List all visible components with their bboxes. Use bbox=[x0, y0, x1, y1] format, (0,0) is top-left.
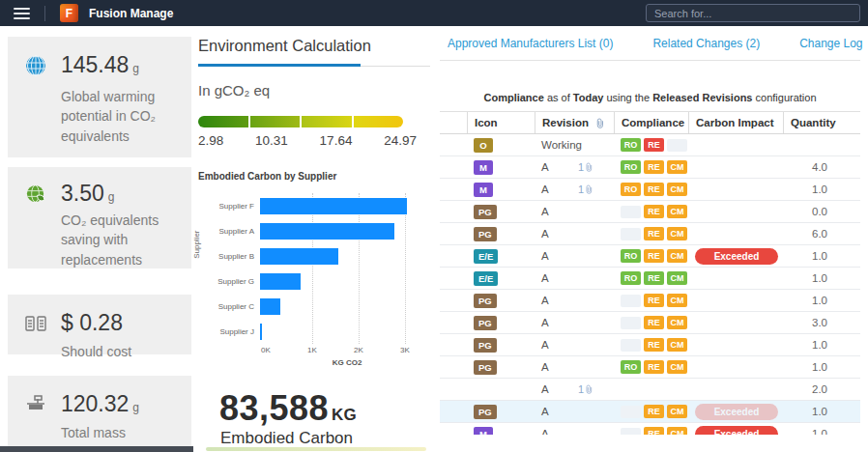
app-window: F Fusion Manage 145.48g Global warming p… bbox=[0, 0, 868, 452]
chart-bar[interactable] bbox=[260, 198, 407, 214]
details-panel: Approved Manufacturers List (0)Related C… bbox=[440, 29, 860, 435]
compliance-cell: RECM bbox=[614, 316, 688, 329]
chart-bar[interactable] bbox=[260, 273, 301, 290]
column-header-icon[interactable]: Icon bbox=[467, 112, 535, 133]
compliance-note-part: Today bbox=[573, 92, 604, 103]
compliance-cell: RORECM bbox=[614, 360, 688, 374]
table-row[interactable]: OWorkingRORE bbox=[440, 134, 860, 156]
compliance-cell: RORECM bbox=[614, 160, 688, 174]
item-type-chip: PG bbox=[474, 316, 497, 330]
total-unit: KG bbox=[332, 406, 357, 424]
compliance-badge: RE bbox=[644, 249, 664, 263]
icon-cell: E/E bbox=[467, 271, 535, 286]
chart-category-label: Supplier A bbox=[212, 227, 260, 236]
tab-item-2[interactable]: Related Changes (2) bbox=[652, 37, 760, 50]
table-row[interactable]: MA1RORECM4.0 bbox=[440, 156, 860, 179]
chart-bar-track bbox=[260, 324, 428, 340]
compliance-badge: RE bbox=[644, 316, 664, 329]
compliance-cell: RORE bbox=[614, 138, 688, 152]
compliance-note-part: using the bbox=[603, 92, 652, 103]
compliance-cell: RECM bbox=[614, 227, 688, 240]
metric-value: 3.50g bbox=[61, 181, 114, 207]
chart-y-axis-label: Supplier bbox=[192, 230, 201, 258]
table-row[interactable]: PGARECM3.0 bbox=[440, 312, 860, 334]
chart-bar[interactable] bbox=[260, 324, 262, 340]
metric-label: CO₂ equivalents saving with replacements bbox=[25, 211, 180, 269]
revision-text: A bbox=[541, 339, 578, 351]
attachment-link[interactable]: 1 bbox=[578, 184, 593, 195]
tab-item-1[interactable]: Approved Manufacturers List (0) bbox=[448, 37, 613, 50]
chart-x-axis-label: KG CO2 bbox=[266, 358, 428, 367]
revision-cell: Working bbox=[535, 139, 614, 151]
icon-cell: PG bbox=[467, 338, 535, 353]
compliance-badge: RE bbox=[644, 183, 664, 196]
chart-bar[interactable] bbox=[260, 298, 280, 315]
table-body: OWorkingROREMA1RORECM4.0MA1RORECM1.0PGAR… bbox=[440, 134, 860, 435]
metric-card-should-cost: $ 0.28 Should cost bbox=[8, 295, 191, 354]
supplier-chart: Embodied Carbon by Supplier Supplier Sup… bbox=[198, 171, 430, 367]
compliance-badge: RE bbox=[644, 427, 664, 435]
table-row[interactable]: E/EARORECM1.0 bbox=[440, 268, 860, 290]
column-header-revision[interactable]: Revision bbox=[535, 112, 614, 133]
revision-text: A bbox=[541, 317, 578, 328]
table-row[interactable]: PGARECM1.0 bbox=[440, 290, 860, 312]
column-header-quantity[interactable]: Quantity bbox=[783, 112, 860, 133]
menu-icon[interactable] bbox=[14, 8, 30, 19]
compliance-badge: CM bbox=[667, 160, 687, 174]
metric-card-global-warming: 145.48g Global warming potential in CO₂ … bbox=[8, 37, 191, 157]
table-row[interactable]: PGARECM1.0 bbox=[440, 334, 860, 356]
table-row[interactable]: PGARECMExceeded1.0 bbox=[440, 401, 860, 423]
carbon-impact-cell: Exceeded bbox=[688, 248, 783, 265]
quantity-cell: 1.0 bbox=[783, 250, 860, 262]
revision-text: A bbox=[541, 406, 578, 417]
chart-x-tick: 1K bbox=[307, 346, 317, 354]
table-row[interactable]: MA1RORECM1.0 bbox=[440, 179, 860, 201]
search-input[interactable] bbox=[646, 4, 860, 22]
chart-rows: Supplier FSupplier ASupplier BSupplier G… bbox=[212, 193, 430, 344]
attachment-link[interactable]: 1 bbox=[578, 383, 593, 395]
quantity-cell: 1.0 bbox=[783, 272, 860, 284]
revision-text: A bbox=[541, 250, 578, 262]
compliance-badge: RE bbox=[644, 271, 664, 285]
column-header-carbon-impact[interactable]: Carbon Impact bbox=[688, 112, 783, 133]
metric-label: Global warming potential in CO₂ equivale… bbox=[25, 87, 180, 146]
icon-cell: E/E bbox=[467, 249, 535, 264]
attachment-link[interactable]: 1 bbox=[578, 161, 593, 173]
item-type-chip: O bbox=[474, 138, 493, 153]
compliance-badge bbox=[621, 295, 641, 307]
compliance-cell: RECM bbox=[614, 205, 688, 218]
table-row[interactable]: MARECMExceeded1.0 bbox=[440, 423, 860, 435]
table-row[interactable]: PGARECM0.0 bbox=[440, 201, 860, 223]
icon-cell: M bbox=[467, 427, 535, 436]
compliance-badge: RO bbox=[621, 138, 641, 152]
metric-value: $ 0.28 bbox=[61, 310, 127, 336]
table-row[interactable]: PGARORECM1.0 bbox=[440, 356, 860, 379]
table-row[interactable]: PGARECM6.0 bbox=[440, 223, 860, 245]
chart-category-label: Supplier G bbox=[212, 277, 260, 286]
revision-cell: A bbox=[535, 206, 614, 217]
carbon-impact-pill: Exceeded bbox=[695, 426, 778, 436]
panel-title-underline bbox=[198, 64, 430, 67]
chart-x-tick: 3K bbox=[400, 346, 410, 354]
tab-bar: Approved Manufacturers List (0)Related C… bbox=[440, 37, 860, 50]
compliance-badge: RE bbox=[644, 338, 664, 352]
table-header: Icon Revision Compliance Carbon Impact Q… bbox=[440, 111, 860, 134]
table-row[interactable]: E/EARORECMExceeded1.0 bbox=[440, 245, 860, 268]
carbon-impact-pill: Exceeded bbox=[695, 404, 778, 420]
tab-item-3[interactable]: Change Log bbox=[799, 37, 862, 50]
compliance-badge: RO bbox=[621, 271, 641, 285]
column-header-compliance[interactable]: Compliance bbox=[614, 112, 688, 133]
chart-category-label: Supplier C bbox=[212, 302, 260, 311]
quantity-cell: 1.0 bbox=[783, 361, 860, 373]
table-row[interactable]: A12.0 bbox=[440, 379, 860, 401]
icon-cell: PG bbox=[467, 360, 535, 375]
revision-cell: A bbox=[535, 317, 614, 328]
compliance-badge: CM bbox=[667, 338, 687, 352]
chart-title: Embodied Carbon by Supplier bbox=[198, 171, 430, 182]
chart-bar[interactable] bbox=[260, 223, 394, 240]
icon-cell: M bbox=[467, 160, 535, 175]
compliance-badge: RE bbox=[644, 138, 664, 152]
chart-bar[interactable] bbox=[260, 248, 338, 265]
carbon-impact-cell: Exceeded bbox=[688, 426, 783, 436]
chart-x-ticks: 0K1K2K3K bbox=[266, 346, 430, 355]
